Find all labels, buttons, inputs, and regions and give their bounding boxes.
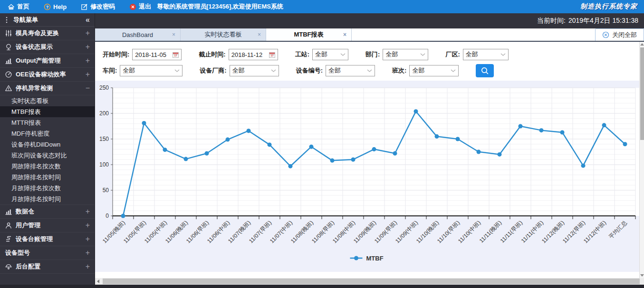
change-password-button[interactable]: 修改密码 [81,2,115,11]
expand-toggle-icon[interactable]: + [86,71,90,78]
sidebar-item-label: 数据仓 [16,207,34,216]
sidebar-item-downtime-detect[interactable]: 停机异常检测− [0,82,95,95]
horizontal-scrollbar[interactable] [95,278,644,285]
expand-toggle-icon[interactable]: + [86,43,90,51]
workshop-select[interactable]: 全部 [120,65,183,76]
home-label: 首页 [17,2,29,11]
tab-0[interactable]: DashBoard× [95,28,181,41]
home-icon [8,3,15,10]
filter-field-shift: 班次:全部 [392,65,459,76]
sidebar-subitem-label: MTBF报表 [11,108,40,116]
expand-toggle-icon[interactable]: + [86,263,90,270]
expand-toggle-icon[interactable]: + [86,249,90,257]
chevron-down-icon [500,53,506,56]
tab-1[interactable]: 实时状态看板× [181,28,266,41]
sidebar-item-device-model[interactable]: 设备型号+ [0,246,95,260]
collapse-sidebar-button[interactable]: « [86,16,90,24]
data-point [330,158,335,163]
sidebar-item-backend-config[interactable]: 后台配置+ [0,260,95,274]
station-select[interactable]: 全部 [312,49,348,60]
filter-field-department: 部门:全部 [365,49,428,60]
data-point [309,145,314,149]
start-time-input[interactable]: 2018-11-0517 [132,49,182,60]
sidebar-item-output-capacity[interactable]: Output产能管理+ [0,54,95,68]
data-point [581,164,586,168]
sidebar-item-data-warehouse[interactable]: 数据仓+ [0,205,95,219]
horizontal-scroll-thumb[interactable] [103,279,640,284]
expand-toggle-icon[interactable]: + [86,57,90,65]
department-select[interactable]: 全部 [383,49,428,60]
sidebar-subitem-9[interactable]: 月故障排名按时间 [0,194,95,204]
close-all-label: 关闭全部 [612,31,637,39]
data-point [163,148,167,152]
data-point [393,151,397,156]
sidebar-subitem-5[interactable]: 班次间设备状态对比 [0,150,95,161]
tab-close-icon[interactable]: × [172,31,175,38]
shift-select[interactable]: 全部 [409,65,459,76]
device-no-select[interactable]: 全部 [326,65,375,76]
y-tick-label: 200 [99,110,109,117]
sidebar-subitem-4[interactable]: 设备停机DillDown [0,139,95,150]
vertical-scroll-thumb[interactable] [640,47,644,140]
logout-button[interactable]: 退出 [129,2,151,11]
expand-toggle-icon[interactable]: + [86,208,90,215]
sidebar-subitem-0[interactable]: 实时状态看板 [0,95,95,106]
y-tick-label: 50 [103,187,109,194]
expand-toggle-icon[interactable]: + [86,29,90,37]
expand-toggle-icon[interactable]: − [86,84,90,92]
expand-toggle-icon[interactable]: + [86,222,90,229]
sidebar-item-label: 设备台账管理 [16,235,53,243]
chevron-down-icon [340,53,346,56]
y-tick-label: 150 [99,136,109,142]
home-button[interactable]: 首页 [8,2,29,11]
sidebar-subitem-8[interactable]: 月故障排名按次数 [0,183,95,194]
sidebar-item-device-status[interactable]: 设备状态展示+ [0,40,95,54]
data-point [498,152,502,157]
sidebar-item-label: 停机异常检测 [16,84,53,93]
sidebar-subitem-label: 周故障排名按时间 [11,173,61,182]
sidebar-subitem-3[interactable]: MDF停机密度 [0,128,95,139]
sidebar-item-mold-life[interactable]: 模具寿命及更换+ [0,27,95,40]
sidebar-subitem-label: 实时状态看板 [11,97,48,105]
sidebar-subitem-2[interactable]: MTTR报表 [0,117,95,128]
search-button[interactable] [476,64,494,77]
field-value: 全部 [315,50,327,59]
sidebar-item-oee[interactable]: OEE设备稼动效率+ [0,68,95,82]
tab-close-icon[interactable]: × [258,31,261,38]
mtbf-line-chart: 05010015020025011/05(晚班)11/05(早班)11/05(中… [95,81,639,272]
calendar-icon: 17 [173,52,179,58]
vendor-select[interactable]: 全部 [230,65,279,76]
x-tick-label: 11/11(晚班) [478,219,503,244]
vertical-scrollbar[interactable] [639,42,644,278]
data-point [247,129,251,133]
tab-close-icon[interactable]: × [343,31,346,38]
sidebar-item-label: 模具寿命及更换 [16,29,59,37]
help-button[interactable]: ? Help [44,3,67,10]
sidebar-item-device-ledger[interactable]: 设备台账管理+ [0,232,95,246]
expand-toggle-icon[interactable]: + [86,235,90,243]
scroll-down-arrow[interactable] [640,274,644,277]
data-point [602,123,606,127]
sliders-icon [5,29,13,37]
content-panel: 开始时间:2018-11-0517截止时间:2018-11-1217工站:全部部… [95,42,639,278]
sidebar-subitem-6[interactable]: 周故障排名按次数 [0,161,95,172]
tab-2[interactable]: MTBF报表× [266,28,352,41]
sidebar-subitem-1[interactable]: MTBF报表 [0,106,95,117]
scroll-up-arrow[interactable] [640,43,644,46]
field-value: 全部 [466,50,478,59]
chevron-down-icon [420,53,425,56]
chart-area: 05010015020025011/05(晚班)11/05(早班)11/05(中… [95,81,639,272]
sidebar-item-user-mgmt[interactable]: 用户管理+ [0,219,95,232]
sidebar-subitem-7[interactable]: 周故障排名按时间 [0,172,95,183]
end-time-input[interactable]: 2018-11-1217 [229,49,278,60]
help-label: Help [53,3,67,10]
tabs: DashBoard×实时状态看板×MTBF报表× [95,28,352,41]
scroll-left-arrow[interactable] [97,279,99,283]
legend-label: MTBF [366,255,384,262]
close-all-button[interactable]: 关闭全部 [595,28,644,41]
field-value: 全部 [232,66,245,75]
factory-area-select[interactable]: 全部 [463,49,509,60]
topbar: 首页 ? Help 修改密码 退出 尊敬的系统管理员[123456],欢迎使用E… [0,0,644,13]
field-value: 全部 [385,50,398,59]
sidebar-subitem-label: MTTR报表 [11,119,41,127]
